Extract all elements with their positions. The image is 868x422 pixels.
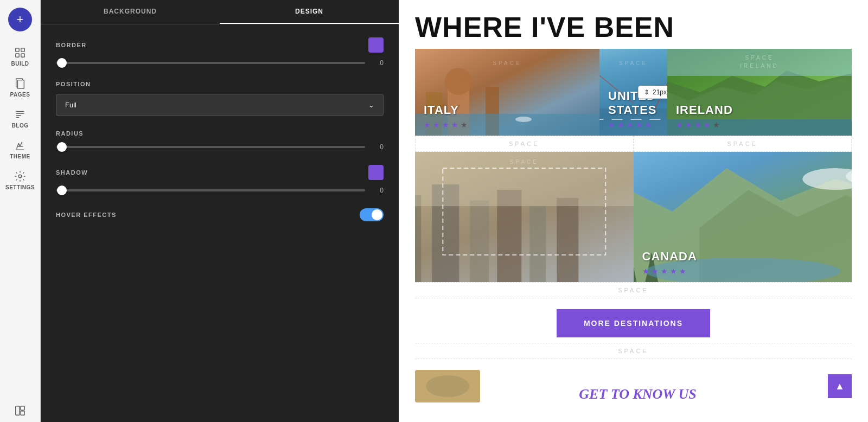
main-content: WHERE I'VE BEEN [399, 0, 868, 422]
layout-icon [14, 405, 26, 417]
svg-point-67 [426, 375, 469, 397]
us-stars: ★ ★ ★ ★ ★ [608, 120, 659, 129]
space-row-middle: SPACE SPACE [415, 136, 852, 152]
svg-rect-5 [17, 80, 24, 89]
blog-label: BLOG [12, 123, 29, 129]
settings-icon [14, 170, 26, 182]
space-block-right: SPACE [634, 136, 852, 152]
theme-icon [14, 139, 26, 151]
hover-section: HOVER EFFECTS [56, 208, 384, 221]
border-slider-track[interactable] [56, 62, 365, 64]
pages-label: PAGES [10, 92, 30, 98]
scroll-up-button[interactable]: ▲ [828, 374, 852, 398]
shadow-slider-track[interactable] [56, 189, 365, 191]
ireland-stars: ★ ★ ★ ★ ★ [676, 120, 843, 129]
card-united-states[interactable]: ⇕ 21px [599, 49, 667, 136]
card-canada[interactable]: CANADA ★ ★ ★ ★ ★ [634, 152, 852, 282]
hover-label: HOVER EFFECTS [56, 212, 117, 218]
sidebar-item-settings[interactable]: SETTINGS [0, 165, 40, 196]
add-button[interactable]: + [8, 8, 32, 31]
position-select[interactable]: Full ⌄ [56, 94, 384, 116]
italy-title: ITALY [424, 103, 591, 117]
canada-overlay: CANADA ★ ★ ★ ★ ★ [634, 243, 852, 282]
plus-icon: + [17, 12, 24, 27]
radius-slider-track[interactable] [56, 146, 365, 148]
svg-text:IRELAND: IRELAND [740, 63, 778, 69]
design-panel: BACKGROUND DESIGN BORDER 0 POSITION Full [41, 0, 399, 422]
position-label: POSITION [56, 81, 91, 87]
shadow-slider-container: 0 [56, 187, 384, 194]
radius-label: RADIUS [56, 130, 84, 137]
border-value: 0 [371, 59, 384, 67]
svg-rect-17 [21, 411, 24, 415]
position-section: POSITION Full ⌄ [56, 81, 384, 116]
border-header: BORDER [56, 37, 384, 53]
bottom-preview: GET TO KNOW US ▲ [399, 370, 868, 408]
border-slider-container: 0 [56, 59, 384, 67]
thumbnail-svg [415, 370, 480, 402]
chevron-down-icon: ⌄ [368, 101, 374, 109]
build-icon [14, 47, 26, 59]
svg-text:SPACE: SPACE [493, 60, 521, 66]
space-block-left: SPACE [415, 136, 634, 152]
canada-stars: ★ ★ ★ ★ ★ [642, 267, 844, 276]
toggle-knob [372, 209, 382, 220]
sidebar-item-theme[interactable]: THEME [0, 134, 40, 165]
radius-header: RADIUS [56, 130, 384, 137]
svg-rect-50 [470, 201, 489, 282]
ireland-overlay: IRELAND ★ ★ ★ ★ ★ [667, 97, 852, 136]
card-italy[interactable]: SPACE ITALY ★ ★ ★ ★ ★ [415, 49, 599, 136]
theme-label: THEME [10, 154, 30, 159]
drag-handle[interactable]: ⇕ 21px [638, 86, 667, 99]
sidebar-item-layout[interactable] [0, 399, 40, 422]
panel-body: BORDER 0 POSITION Full ⌄ RADIUS [41, 24, 399, 422]
svg-text:SPACE: SPACE [745, 55, 774, 61]
svg-rect-0 [16, 48, 19, 52]
shadow-color-swatch[interactable] [368, 165, 384, 180]
position-value: Full [65, 101, 76, 109]
pages-icon [14, 78, 26, 89]
svg-point-20 [445, 68, 472, 95]
sidebar: + BUILD PAGES BLOG [0, 0, 41, 422]
radius-slider-container: 0 [56, 143, 384, 151]
card-france[interactable]: SPACE [415, 152, 634, 282]
svg-rect-3 [21, 54, 24, 57]
position-header: POSITION [56, 81, 384, 87]
shadow-slider-thumb[interactable] [57, 186, 67, 195]
sidebar-item-pages[interactable]: PAGES [0, 72, 40, 103]
svg-rect-43 [667, 49, 852, 76]
card-ireland[interactable]: SPACE IRELAND IRELAND ★ ★ ★ ★ ★ [667, 49, 852, 136]
build-label: BUILD [11, 61, 29, 67]
canada-title: CANADA [642, 250, 844, 264]
cta-space: SPACE [415, 343, 852, 359]
svg-rect-2 [16, 54, 19, 57]
svg-line-11 [18, 143, 20, 146]
tab-design[interactable]: DESIGN [220, 0, 399, 24]
sidebar-item-blog[interactable]: BLOG [0, 103, 40, 134]
shadow-section: SHADOW 0 [56, 165, 384, 194]
border-color-swatch[interactable] [368, 37, 384, 53]
svg-rect-52 [529, 206, 546, 282]
border-slider-thumb[interactable] [57, 58, 67, 68]
bottom-space-block: SPACE [415, 282, 852, 298]
radius-section: RADIUS 0 [56, 130, 384, 151]
svg-rect-1 [21, 48, 24, 52]
hover-header: HOVER EFFECTS [56, 208, 384, 221]
top-cards-row: SPACE ITALY ★ ★ ★ ★ ★ ⇕ 21px [415, 49, 852, 136]
get-to-know-text: GET TO KNOW US [579, 386, 696, 402]
tab-background[interactable]: BACKGROUND [41, 0, 220, 24]
svg-rect-53 [557, 198, 578, 282]
page-title: WHERE I'VE BEEN [399, 0, 868, 49]
settings-label: SETTINGS [5, 184, 35, 190]
drag-value: 21px [653, 88, 667, 96]
radius-slider-thumb[interactable] [57, 142, 67, 152]
more-destinations-button[interactable]: MORE DESTINATIONS [557, 309, 710, 337]
hover-toggle[interactable] [360, 208, 384, 221]
svg-line-12 [20, 142, 22, 146]
second-cards-row: SPACE [415, 152, 852, 282]
italy-overlay: ITALY ★ ★ ★ ★ ★ [415, 97, 599, 136]
border-section: BORDER 0 [56, 37, 384, 67]
panel-tabs: BACKGROUND DESIGN [41, 0, 399, 24]
sidebar-item-build[interactable]: BUILD [0, 41, 40, 72]
shadow-value: 0 [371, 187, 384, 194]
